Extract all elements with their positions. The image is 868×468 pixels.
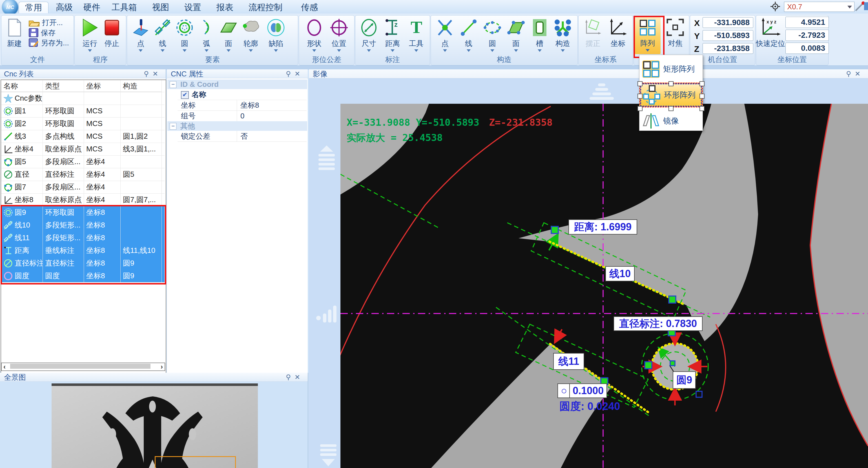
scroll-right-icon[interactable]: › (161, 363, 163, 371)
annotate-distance-button[interactable]: z 距离 (381, 17, 404, 54)
table-row[interactable]: 圆7 多段扇区...坐标4 (1, 181, 164, 194)
scrollbar-thumb[interactable] (10, 364, 151, 369)
roundness-tolerance-cell[interactable]: 0.1000 (569, 383, 607, 398)
table-row[interactable]: 圆1 环形取圆MCS (1, 105, 164, 118)
align-button[interactable]: 摆正 (581, 17, 605, 49)
construct-plane-button[interactable]: 面 (505, 17, 527, 54)
construct-line-button[interactable]: 线 (457, 17, 480, 54)
table-row-selected[interactable]: 距离 垂线标注坐标8线11,线10 (1, 244, 164, 257)
prop-row-lock[interactable]: 锁定公差 否 (178, 131, 307, 142)
prop-coord-value[interactable]: 坐标8 (237, 100, 305, 111)
element-plane-button[interactable]: 面 (217, 17, 240, 54)
tab-changyong[interactable]: 常用 (19, 2, 49, 13)
prop-row-group[interactable]: 组号 0 (178, 111, 307, 121)
table-row-selected[interactable]: 直径标注 直径标注坐标8圆9 (1, 257, 164, 270)
run-button[interactable]: 运行 (79, 17, 101, 54)
checkbox-checked-icon[interactable]: ✔ (181, 91, 189, 99)
menu-item-ring-array[interactable]: 环形阵列 (640, 83, 703, 108)
close-icon[interactable]: ✕ (854, 70, 861, 77)
table-row[interactable]: Cnc参数 (1, 92, 164, 105)
collapse-icon[interactable]: − (169, 123, 177, 130)
selection-handle[interactable] (638, 106, 643, 111)
save-button[interactable]: 保存 (28, 28, 56, 37)
quick-position-button[interactable]: x y z 快速定位 (757, 17, 784, 49)
machine-z-value[interactable]: -231.8358 (703, 43, 753, 54)
tab-liuchengkongzhi[interactable]: 流程控制 (244, 2, 287, 13)
tab-chuangan[interactable]: 传感 (297, 2, 322, 13)
tab-shitu[interactable]: 视图 (148, 2, 174, 13)
pin-icon[interactable]: ⚲ (143, 70, 150, 77)
new-button[interactable]: 新建 (3, 17, 26, 49)
collapse-icon[interactable]: − (169, 81, 177, 88)
magnification-select[interactable]: X0.7 (784, 2, 855, 12)
machine-y-value[interactable]: -510.5893 (703, 30, 753, 41)
machine-x-value[interactable]: -331.9088 (703, 17, 753, 28)
annotate-size-button[interactable]: 尺寸 (358, 17, 380, 54)
save-as-button[interactable]: 另存为... (28, 38, 69, 48)
element-arc-button[interactable]: 弧 (195, 17, 218, 54)
tab-baobiao[interactable]: 报表 (212, 2, 238, 13)
view-region-rect[interactable] (155, 456, 236, 468)
table-row[interactable]: 直径 直径标注坐标4圆5 (1, 168, 164, 181)
tab-shezhi[interactable]: 设置 (180, 2, 206, 13)
target-icon[interactable] (771, 2, 780, 11)
gdt-position-button[interactable]: 位置 (327, 17, 351, 54)
coord-y-value[interactable]: -2.7923 (785, 30, 829, 41)
table-row-selected[interactable]: 线11 多段矩形...坐标8 (1, 231, 164, 244)
table-row[interactable]: 圆5 多段扇区...坐标4 (1, 155, 164, 168)
coord-button[interactable]: 坐标 (606, 17, 630, 49)
selection-handle[interactable] (700, 106, 705, 111)
element-contour-button[interactable]: 轮廓 (239, 17, 263, 54)
splitter-grip-icon[interactable] (318, 444, 338, 467)
element-point-button[interactable]: 点 (129, 17, 152, 54)
prop-row-name[interactable]: ✔名称 (178, 89, 307, 100)
construct-circle-button[interactable]: 圆 (481, 17, 504, 54)
prop-group-value[interactable]: 0 (237, 111, 305, 121)
coord-x-value[interactable]: 4.9521 (785, 17, 829, 28)
diameter-label[interactable]: 直径标注: 0.7830 (614, 316, 703, 331)
gdt-shape-button[interactable]: 形状 (302, 17, 326, 54)
table-row[interactable]: 坐标4 取坐标原点MCS线3,圆1,... (1, 143, 164, 156)
selection-handle[interactable] (700, 81, 705, 86)
close-icon[interactable]: ✕ (293, 374, 301, 381)
section-other[interactable]: − 其他 (167, 121, 307, 131)
pin-icon[interactable]: ⚲ (845, 70, 852, 77)
selection-handle[interactable] (700, 94, 705, 99)
tab-yingjian[interactable]: 硬件 (79, 2, 105, 13)
section-id-coord[interactable]: − ID & Coord (167, 80, 307, 89)
splitter-grip-icon[interactable] (589, 83, 614, 101)
table-row-selected[interactable]: 圆度 圆度坐标8圆9 (1, 269, 164, 283)
scroll-left-icon[interactable]: ‹ (3, 363, 6, 371)
selection-handle[interactable] (638, 94, 643, 99)
focus-button[interactable]: 对焦 (663, 16, 688, 48)
table-row-selected[interactable]: 圆9 环形取圆坐标8 (1, 206, 164, 219)
coord-z-value[interactable]: 0.0083 (785, 42, 829, 54)
close-icon[interactable]: ✕ (293, 70, 301, 77)
pin-icon[interactable]: ⚲ (285, 374, 292, 381)
table-row-selected[interactable]: 线10 多段矩形...坐标8 (1, 219, 164, 232)
menu-item-rect-array[interactable]: 矩形阵列 (640, 57, 703, 82)
table-row[interactable]: 圆2 环形取圆MCS (1, 117, 164, 130)
prop-lock-value[interactable]: 否 (237, 131, 305, 142)
line10-label[interactable]: 线10 (606, 266, 634, 281)
stop-button[interactable]: 停止 (101, 17, 123, 49)
open-button[interactable]: 打开... (28, 18, 63, 27)
selection-handle[interactable] (669, 106, 674, 111)
annotate-tool-button[interactable]: T 工具 (405, 17, 428, 54)
table-row[interactable]: 坐标8 取坐标原点坐标4圆7,圆7,... (1, 194, 164, 206)
element-line-button[interactable]: 线 (151, 17, 174, 54)
roundness-symbol-cell[interactable]: ○ (557, 383, 570, 398)
cnc-list-hscrollbar[interactable]: ‹ › (1, 362, 165, 371)
construct-slot-button[interactable]: 槽 (528, 17, 551, 54)
menu-item-mirror[interactable]: 镜像 (640, 109, 703, 133)
element-circle-button[interactable]: 圆 (173, 17, 196, 54)
circle9-label[interactable]: 圆9 (673, 371, 696, 389)
splitter-grip-icon[interactable] (317, 145, 337, 173)
selection-handle[interactable] (669, 81, 674, 86)
construct-point-button[interactable]: 点 (434, 17, 456, 54)
distance-label[interactable]: 距离: 1.6999 (568, 220, 637, 235)
line11-label[interactable]: 线11 (553, 353, 584, 370)
construct-construct-button[interactable]: 构造 (550, 17, 575, 54)
element-defect-button[interactable]: 缺陷 (265, 17, 287, 54)
splitter-grip-icon[interactable] (316, 305, 337, 325)
